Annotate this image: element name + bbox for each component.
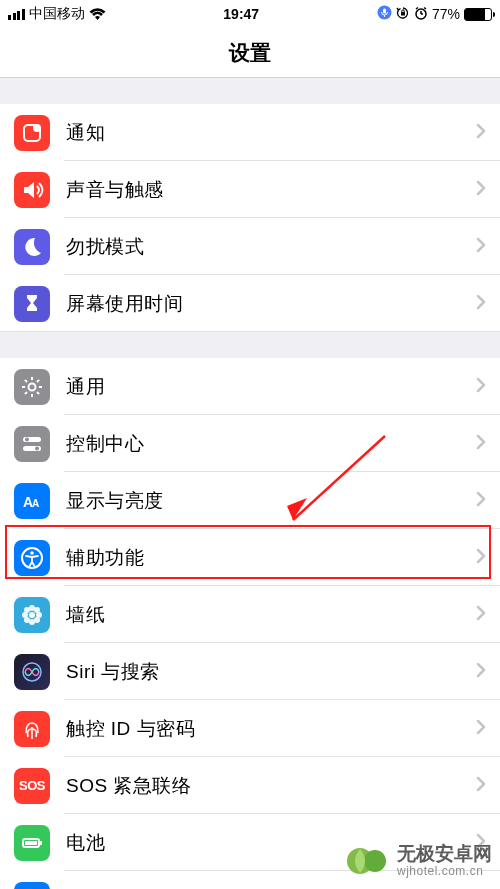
watermark-logo-icon	[345, 839, 389, 883]
accessibility-icon	[14, 540, 50, 576]
switches-icon	[14, 426, 50, 462]
svg-point-27	[24, 617, 30, 623]
status-bar-time: 19:47	[223, 6, 259, 22]
chevron-right-icon	[476, 377, 486, 397]
svg-rect-32	[25, 841, 37, 845]
gear-icon	[14, 369, 50, 405]
page-title: 设置	[229, 39, 271, 67]
row-label: 通用	[66, 374, 460, 400]
svg-rect-1	[383, 9, 386, 14]
moon-icon	[14, 229, 50, 265]
settings-row-notifications[interactable]: 通知	[0, 104, 500, 161]
chevron-right-icon	[476, 123, 486, 143]
svg-text:A: A	[32, 498, 39, 509]
row-label: 触控 ID 与密码	[66, 716, 460, 742]
svg-rect-3	[401, 12, 405, 16]
settings-row-touchid[interactable]: 触控 ID 与密码	[0, 700, 500, 757]
svg-point-15	[35, 446, 39, 450]
speaker-icon	[14, 172, 50, 208]
settings-row-display[interactable]: AA 显示与亮度	[0, 472, 500, 529]
chevron-right-icon	[476, 180, 486, 200]
hourglass-icon	[14, 286, 50, 322]
siri-icon	[14, 654, 50, 690]
battery-percent: 77%	[432, 6, 460, 22]
svg-line-8	[424, 7, 426, 9]
row-label: 控制中心	[66, 431, 460, 457]
settings-row-siri[interactable]: Siri 与搜索	[0, 643, 500, 700]
watermark-title: 无极安卓网	[397, 844, 492, 865]
svg-point-13	[25, 437, 29, 441]
watermark-subtitle: wjhotel.com.cn	[397, 865, 492, 878]
orientation-lock-icon	[396, 6, 410, 23]
sos-icon: SOS	[14, 768, 50, 804]
row-label: 声音与触感	[66, 177, 460, 203]
svg-point-26	[34, 607, 40, 613]
row-label: 辅助功能	[66, 545, 460, 571]
wifi-icon	[89, 8, 106, 21]
settings-row-screentime[interactable]: 屏幕使用时间	[0, 275, 500, 332]
chevron-right-icon	[476, 294, 486, 314]
status-bar-right: 77%	[377, 5, 492, 23]
settings-row-control-center[interactable]: 控制中心	[0, 415, 500, 472]
chevron-right-icon	[476, 237, 486, 257]
chevron-right-icon	[476, 719, 486, 739]
status-bar: 中国移动 19:47 77%	[0, 0, 500, 28]
svg-point-11	[29, 383, 36, 390]
notification-badge-icon	[14, 115, 50, 151]
text-size-icon: AA	[14, 483, 50, 519]
battery-icon	[464, 8, 492, 21]
row-label: 墙纸	[66, 602, 460, 628]
settings-row-dnd[interactable]: 勿扰模式	[0, 218, 500, 275]
chevron-right-icon	[476, 434, 486, 454]
svg-point-20	[29, 612, 35, 618]
chevron-right-icon	[476, 548, 486, 568]
nav-bar: 设置	[0, 28, 500, 78]
svg-point-28	[34, 617, 40, 623]
svg-point-10	[33, 124, 41, 132]
settings-row-sounds[interactable]: 声音与触感	[0, 161, 500, 218]
row-label: 显示与亮度	[66, 488, 460, 514]
svg-rect-31	[40, 841, 42, 845]
chevron-right-icon	[476, 776, 486, 796]
svg-point-36	[364, 850, 386, 872]
status-bar-left: 中国移动	[8, 5, 106, 23]
settings-row-wallpaper[interactable]: 墙纸	[0, 586, 500, 643]
row-label: 屏幕使用时间	[66, 291, 460, 317]
row-label: 通知	[66, 120, 460, 146]
row-label: Siri 与搜索	[66, 659, 460, 685]
svg-point-19	[30, 551, 34, 555]
settings-row-sos[interactable]: SOS SOS 紧急联络	[0, 757, 500, 814]
watermark: 无极安卓网 wjhotel.com.cn	[345, 839, 492, 883]
settings-row-general[interactable]: 通用	[0, 358, 500, 415]
hand-icon	[14, 882, 50, 890]
battery-icon	[14, 825, 50, 861]
svg-line-7	[416, 7, 418, 9]
row-label: SOS 紧急联络	[66, 773, 460, 799]
row-label: 勿扰模式	[66, 234, 460, 260]
mic-icon	[377, 5, 392, 23]
flower-icon	[14, 597, 50, 633]
chevron-right-icon	[476, 662, 486, 682]
svg-point-25	[24, 607, 30, 613]
alarm-icon	[414, 6, 428, 23]
settings-row-accessibility[interactable]: 辅助功能	[0, 529, 500, 586]
cellular-signal-icon	[8, 9, 25, 20]
chevron-right-icon	[476, 491, 486, 511]
fingerprint-icon	[14, 711, 50, 747]
chevron-right-icon	[476, 605, 486, 625]
carrier-name: 中国移动	[29, 5, 85, 23]
